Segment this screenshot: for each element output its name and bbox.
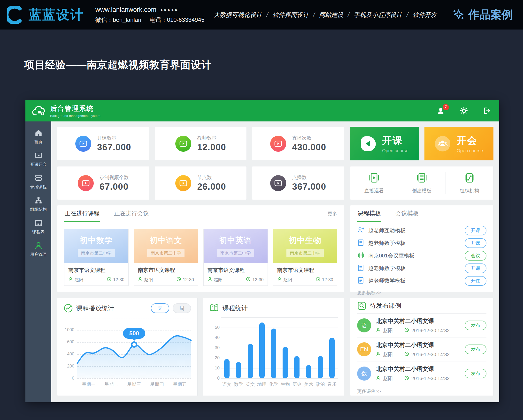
course-card[interactable]: 初中数学南京市第二中学南京市语文课程赵阳12-30 [64,229,129,286]
chart-tooltip: 500 [123,328,145,339]
teacher-name: 赵阳 [144,277,153,283]
courses-more-link[interactable]: 更多 [327,210,337,217]
person-icon [376,351,381,357]
pending-name: 北京中关村二小语文课 [376,341,450,349]
pending-more-link[interactable]: 更多课例>> [357,388,486,395]
sidebar-item-calendar[interactable]: 课程表 [32,219,45,235]
publish-button[interactable]: 发布 [465,369,486,378]
templates-more-link[interactable]: 更多模板>> [357,290,486,296]
bar[interactable] [306,365,311,378]
action-button-开课[interactable]: 开课Open course [350,127,419,160]
x-axis-label: 生物 [279,381,291,388]
course-card[interactable]: 初中英语南京市第二中学南京市语文课程赵阳12-30 [203,229,268,286]
top-nav-item[interactable]: 大数据可视化设计 [213,11,262,19]
org-icon [34,196,43,205]
courses-tab[interactable]: 正在进行课程 [64,206,100,222]
nav-separator: / [266,11,268,18]
templates-tab[interactable]: 课程模板 [357,206,381,222]
bar[interactable] [283,347,288,378]
stat-text: 开课数量367.000 [97,135,131,152]
course-cards: 初中数学南京市第二中学南京市语文课程赵阳12-30初中语文南京市第二中学南京市语… [64,229,337,286]
avatar: 语 [357,318,371,333]
template-action-button[interactable]: 开课 [465,238,486,248]
quick-link-template[interactable]: 创建模板 [398,172,446,194]
template-action-button[interactable]: 开课 [465,276,486,286]
bar-chart-panel: 课程统计 50403020100 语文数学英文地理化学生物历史美术政治音乐 [203,298,344,396]
bar[interactable] [259,323,265,378]
bar[interactable] [271,329,276,378]
y-axis-label: 0 [64,376,74,381]
course-card[interactable]: 初中语文南京市第二中学南京市语文课程赵阳12-30 [134,229,198,286]
site-url[interactable]: www.lanlanwork.com [95,6,156,14]
x-axis-label: 星期二 [100,381,123,388]
y-axis-label: 50 [209,325,220,330]
stat-label: 直播次数 [292,135,326,141]
course-card-title: 初中数学 [80,235,113,246]
time-meta: 12-30 [246,277,263,283]
stat-label: 录制视频个数 [99,174,129,181]
bar[interactable] [329,338,335,378]
template-action-button[interactable]: 开课 [465,226,486,235]
line-chart-plot: 10006004002000500 [77,318,191,378]
action-sublabel: Open course [457,148,483,153]
x-axis-label: 英文 [244,381,256,388]
stats-grid: 开课数量367.000教师数量12.000直播次数430.000录制视频个数67… [57,127,344,200]
publish-button[interactable]: 发布 [465,321,486,330]
sidebar-item-video[interactable]: 开课开会 [30,151,47,167]
brand[interactable]: 蓝蓝设计 [7,6,84,24]
quick-links-panel: 直播巡看创建模板组织机构 [350,166,493,200]
sidebar-item-archive[interactable]: 录播课程 [30,174,47,190]
pending-title: 待发布课例 [370,301,401,310]
bar-column [268,329,279,378]
quick-link-label: 组织机构 [460,188,479,194]
action-button-开会[interactable]: 开会Open course [425,127,493,160]
template-action-button[interactable]: 会议 [465,251,486,261]
portfolio-link[interactable]: 作品案例 [452,7,513,22]
bar[interactable] [318,356,323,378]
quick-link-live[interactable]: 直播巡看 [350,172,398,194]
bar[interactable] [248,344,253,378]
y-axis-label: 1000 [64,327,74,333]
sidebar-item-org[interactable]: 组织结构 [30,196,47,212]
sidebar-item-home[interactable]: 首页 [34,129,43,145]
quick-link-orglink[interactable]: 组织机构 [446,172,493,194]
publish-button[interactable]: 发布 [465,345,486,354]
course-card-cover: 初中语文南京市第二中学 [134,229,198,263]
logout-button[interactable] [482,106,491,115]
bar-chart-plot: 50403020100 [221,317,338,378]
sidebar-item-label: 首页 [34,139,43,145]
courses-tab[interactable]: 正在进行会议 [114,206,149,222]
user-account-icon[interactable]: 7 [437,106,446,115]
time-meta: 12-30 [316,277,333,283]
x-axis-label: 地理 [256,381,268,388]
stat-text: 节点数26.000 [197,174,226,192]
top-nav-item[interactable]: 软件开发 [413,11,437,19]
settings-button[interactable] [459,106,468,115]
toggle-天[interactable]: 天 [151,303,169,313]
pending-panel: 待发布课例 语北京中关村二小语文课赵阳2016-12-30 14:32发布EN北… [350,298,493,396]
portfolio-label: 作品案例 [468,7,513,22]
top-nav-item[interactable]: 软件界面设计 [272,11,309,19]
x-axis-label: 化学 [268,381,279,388]
course-card-school-badge: 南京市第二中学 [286,249,324,257]
course-card[interactable]: 初中生物南京市第二中学南京市语文课程赵阳12-30 [273,229,337,286]
x-axis-label: 美术 [303,381,314,388]
sidebar-item-label: 开课开会 [30,162,47,167]
person-icon [207,277,212,283]
top-nav-item[interactable]: 手机及小程序设计 [354,11,402,19]
toggle-周[interactable]: 周 [173,303,191,313]
bars-container [221,317,338,378]
templates-tab[interactable]: 会议模板 [395,206,419,222]
bar[interactable] [224,359,229,378]
template-action-button[interactable]: 开课 [465,263,486,273]
sidebar-item-user[interactable]: 用户管理 [30,241,47,257]
stat-value: 367.000 [292,182,326,192]
main-left-column: 开课数量367.000教师数量12.000直播次数430.000录制视频个数67… [57,127,344,396]
course-card-school-badge: 南京市第二中学 [147,249,185,257]
x-axis-label: 历史 [291,381,303,388]
trend-icon [64,304,73,313]
top-nav-item[interactable]: 网站建设 [319,11,343,19]
bar[interactable] [294,356,300,378]
bar[interactable] [236,362,241,378]
stat-text: 点播数367.000 [292,174,326,192]
